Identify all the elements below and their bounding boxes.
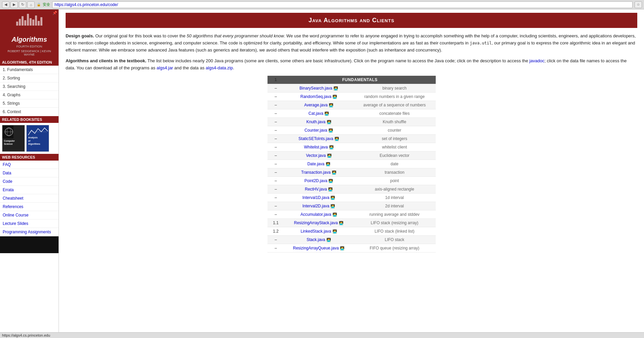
forward-button[interactable]: ▶ [10,1,18,8]
sidebar-item-fundamentals[interactable]: 1. Fundamentals [0,66,59,74]
row-desc: LIFO stack (linked list) [353,227,435,235]
algs4data-link[interactable]: algs4-data.zip [206,65,233,70]
web-res-faq[interactable]: FAQ [0,161,59,169]
sidebar-item-searching[interactable]: 3. Searching [0,82,59,91]
refresh-button[interactable]: ↻ [19,1,26,8]
desc-link[interactable]: Knuth shuffle [383,120,406,124]
web-resources-title: Web Resources [0,154,59,161]
desc-link[interactable]: 1d interval [385,195,404,200]
web-res-lecture-slides[interactable]: Lecture Slides [0,219,59,228]
file-link[interactable]: RectHV.java [305,187,327,192]
desc-link[interactable]: point [390,178,399,183]
table-row: – Accumulator.java 🧑‍💻 running average a… [267,210,436,218]
table-row: – StaticSEToInts.java 🧑‍💻 set of integer… [267,134,436,143]
desc-link[interactable]: date [391,162,398,166]
back-button[interactable]: ◀ [2,1,9,8]
file-link[interactable]: ResizingArrayStack.java [294,221,338,225]
file-link[interactable]: Counter.java [305,128,327,133]
web-res-online-course[interactable]: Online Course [0,211,59,219]
sidebar-item-graphs[interactable]: 4. Graphs [0,91,59,99]
sidebar-item-sorting[interactable]: 2. Sorting [0,74,59,82]
row-num: – [267,92,284,101]
address-bar[interactable] [52,1,633,8]
row-num: – [267,117,284,126]
file-link[interactable]: Cat.java [309,111,323,116]
row-file: BinarySearch.java 🧑‍💻 [284,84,354,92]
sidebar-section-algorithms: Algorithms, 4th Edition [0,59,59,66]
download-icon: 🧑‍💻 [328,187,333,191]
desc-link[interactable]: FIFO queue (resizing array) [370,246,419,250]
desc-link[interactable]: 2d interval [385,204,404,208]
file-link[interactable]: Knuth.java [306,120,325,124]
desc-link[interactable]: Euclidean vector [380,153,409,158]
web-res-programming-assignments[interactable]: Programming Assignments [0,228,59,236]
row-file: Cat.java 🧑‍💻 [284,109,354,117]
download-icon: 🧑‍💻 [326,162,330,166]
file-link[interactable]: Whitelist.java [304,145,328,149]
desc-link[interactable]: binary search [382,86,406,91]
row-file: RectHV.java 🧑‍💻 [284,185,354,193]
file-link[interactable]: Average.java [304,103,328,107]
row-file: Average.java 🧑‍💻 [284,101,354,109]
algs4jar-link[interactable]: algs4.jar [156,65,173,70]
desc-link[interactable]: LIFO stack [385,237,404,242]
row-file: ResizingArrayQueue.java 🧑‍💻 [284,244,354,252]
file-link[interactable]: Accumulator.java [300,212,331,217]
desc-link[interactable]: axis-aligned rectangle [375,187,414,192]
row-file: Transaction.java 🧑‍💻 [284,168,354,176]
web-res-cheatsheet[interactable]: Cheatsheet [0,194,59,203]
desc-link[interactable]: running average and stddev [369,212,420,217]
desc-link[interactable]: LIFO stack (resizing array) [371,221,418,225]
table-row: – Average.java 🧑‍💻 average of a sequence… [267,101,436,109]
file-link[interactable]: ResizingArrayQueue.java [293,246,339,250]
file-link[interactable]: LinkedStack.java [300,229,331,234]
sidebar-item-context[interactable]: 6. Context [0,108,59,116]
desc-link[interactable]: LIFO stack (linked list) [374,229,415,234]
desc-link[interactable]: set of integers [382,136,407,141]
row-num: – [267,101,284,109]
file-link[interactable]: Vector.java [306,153,326,158]
file-link[interactable]: RandomSeq.java [300,94,331,99]
file-link[interactable]: StaticSEToInts.java [298,136,333,141]
svg-text:Computer: Computer [4,140,15,142]
download-icon: 🧑‍💻 [332,229,337,233]
row-desc: binary search [353,84,435,92]
desc-link[interactable]: random numbers in a given range [364,94,425,99]
desc-link[interactable]: whitelist client [382,145,407,149]
file-link[interactable]: Date.java [307,162,324,166]
svg-text:Analysis: Analysis [28,136,38,139]
row-file: Whitelist.java 🧑‍💻 [284,143,354,151]
web-res-data[interactable]: Data [0,169,59,177]
row-num: – [267,176,284,185]
file-link[interactable]: Interval2D.java [302,204,329,208]
desc-link[interactable]: counter [388,128,401,133]
row-desc: 1d interval [353,193,435,202]
file-link[interactable]: Transaction.java [301,170,331,175]
booksite-aa-img[interactable]: Analysis of Algorithms [26,125,49,152]
web-res-errata[interactable]: Errata [0,186,59,194]
sidebar-item-strings[interactable]: 5. Strings [0,99,59,108]
main-content: Java Algorithms and Clients Design goals… [59,9,644,338]
desc-link[interactable]: transaction [385,170,404,175]
file-link[interactable]: Interval1D.java [302,195,329,200]
status-bar: https://algs4.cs.princeton.edu [0,332,644,338]
row-file: Date.java 🧑‍💻 [284,160,354,168]
file-link[interactable]: Point2D.java [305,178,327,183]
download-icon: 🧑‍💻 [340,246,345,250]
bookmark-button[interactable]: ☆ [635,1,642,8]
file-link[interactable]: Stack.java [307,237,325,242]
booksite-cs-img[interactable]: Computer Science [2,125,25,152]
web-res-code[interactable]: Code [0,177,59,186]
file-link[interactable]: BinarySearch.java [299,86,332,91]
row-desc: concatenate files [353,109,435,117]
sidebar: 📌 Algorithms FOURTH EDITION ROBERT SEDGE… [0,9,59,338]
home-button[interactable]: ⌂ [27,1,35,8]
row-num: – [267,84,284,92]
web-res-references[interactable]: References [0,203,59,211]
desc-link[interactable]: average of a sequence of numbers [363,103,426,107]
desc-link[interactable]: concatenate files [379,111,409,116]
javadoc-link[interactable]: javadoc [529,58,544,63]
row-num: – [267,109,284,117]
table-row: – Cat.java 🧑‍💻 concatenate files [267,109,436,117]
table-row: – RandomSeq.java 🧑‍💻 random numbers in a… [267,92,436,101]
